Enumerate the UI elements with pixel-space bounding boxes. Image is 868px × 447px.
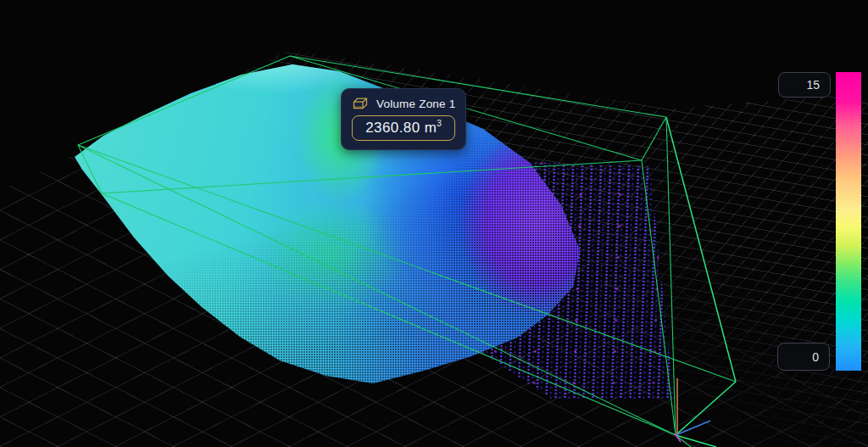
tooltip-header: Volume Zone 1 [352,97,455,110]
bounding-box-wireframe [0,0,868,447]
3d-viewport[interactable]: Volume Zone 1 2360.80 m3 15 0 [0,0,868,447]
axis-y-line [676,421,710,435]
volume-cube-icon [352,97,370,110]
colorbar-min-input[interactable]: 0 [777,343,830,371]
colorbar-max-input[interactable]: 15 [778,72,831,98]
tooltip-title: Volume Zone 1 [376,98,455,110]
color-scale-bar [836,72,861,371]
volume-tooltip: Volume Zone 1 2360.80 m3 [341,88,466,150]
tooltip-value: 2360.80 m3 [352,115,455,141]
